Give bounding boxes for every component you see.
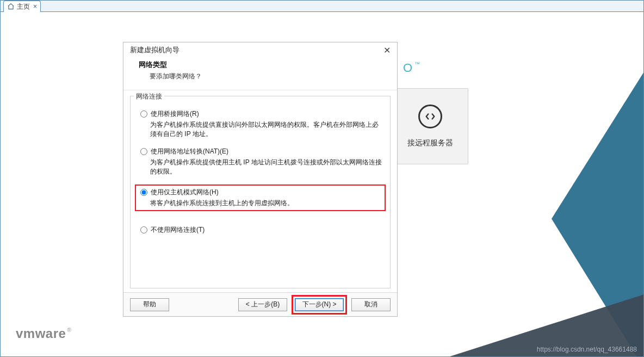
dialog-subtitle: 网络类型: [139, 60, 382, 70]
vmware-logo: vmware®: [16, 326, 71, 341]
home-icon: [7, 3, 15, 10]
connect-remote-icon: [418, 104, 442, 128]
help-button[interactable]: 帮助: [130, 298, 169, 311]
radio-bridge-desc: 为客户机操作系统提供直接访问外部以太网网络的权限。客户机在外部网络上必须有自己的…: [150, 120, 382, 139]
radio-bridge-input[interactable]: [140, 110, 147, 118]
back-button[interactable]: < 上一步(B): [238, 298, 287, 311]
radio-nat-desc: 为客户机操作系统提供使用主机 IP 地址访问主机拨号连接或外部以太网网络连接的权…: [150, 158, 382, 177]
radio-none-label: 不使用网络连接(T): [151, 225, 205, 235]
close-icon[interactable]: ✕: [381, 45, 393, 56]
group-legend: 网络连接: [134, 92, 164, 101]
network-connection-group: 网络连接 使用桥接网络(R) 为客户机操作系统提供直接访问外部以太网网络的权限。…: [130, 96, 391, 288]
radio-nat[interactable]: 使用网络地址转换(NAT)(E): [138, 147, 382, 156]
radio-hostonly[interactable]: 使用仅主机模式网络(H): [138, 188, 382, 197]
tab-label: 主页: [17, 2, 30, 11]
dialog-button-bar: 帮助 < 上一步(B) 下一步(N) > 取消: [123, 292, 397, 316]
tab-bar: 主页 ×: [1, 1, 643, 12]
radio-none[interactable]: 不使用网络连接(T): [138, 225, 382, 235]
next-button-highlight: 下一步(N) >: [292, 295, 347, 315]
radio-bridge-label: 使用桥接网络(R): [151, 109, 199, 119]
radio-hostonly-desc: 将客户机操作系统连接到主机上的专用虚拟网络。: [150, 199, 382, 208]
dialog-title: 新建虚拟机向导: [130, 45, 179, 55]
cancel-button[interactable]: 取消: [351, 298, 391, 311]
radio-hostonly-input[interactable]: [140, 189, 147, 196]
connect-remote-server-tile[interactable]: 接远程服务器: [392, 88, 468, 164]
main-area: O™ 接远程服务器 新建虚拟机向导 ✕ 网络类型 要添加哪类网络？ 网络连接 使…: [1, 12, 643, 356]
radio-none-input[interactable]: [140, 226, 147, 233]
background-pro-label: O™: [403, 61, 422, 75]
next-button[interactable]: 下一步(N) >: [295, 298, 344, 311]
tab-close-icon[interactable]: ×: [33, 3, 37, 10]
tile-label: 接远程服务器: [407, 138, 453, 148]
radio-bridge[interactable]: 使用桥接网络(R): [138, 109, 382, 119]
tab-home[interactable]: 主页 ×: [3, 1, 41, 12]
watermark: https://blog.csdn.net/qq_43661488: [537, 346, 637, 353]
new-vm-wizard-dialog: 新建虚拟机向导 ✕ 网络类型 要添加哪类网络？ 网络连接 使用桥接网络(R) 为…: [123, 42, 398, 317]
radio-hostonly-label: 使用仅主机模式网络(H): [151, 188, 219, 197]
radio-nat-input[interactable]: [140, 148, 147, 155]
dialog-question: 要添加哪类网络？: [150, 72, 382, 81]
radio-nat-label: 使用网络地址转换(NAT)(E): [151, 147, 228, 156]
